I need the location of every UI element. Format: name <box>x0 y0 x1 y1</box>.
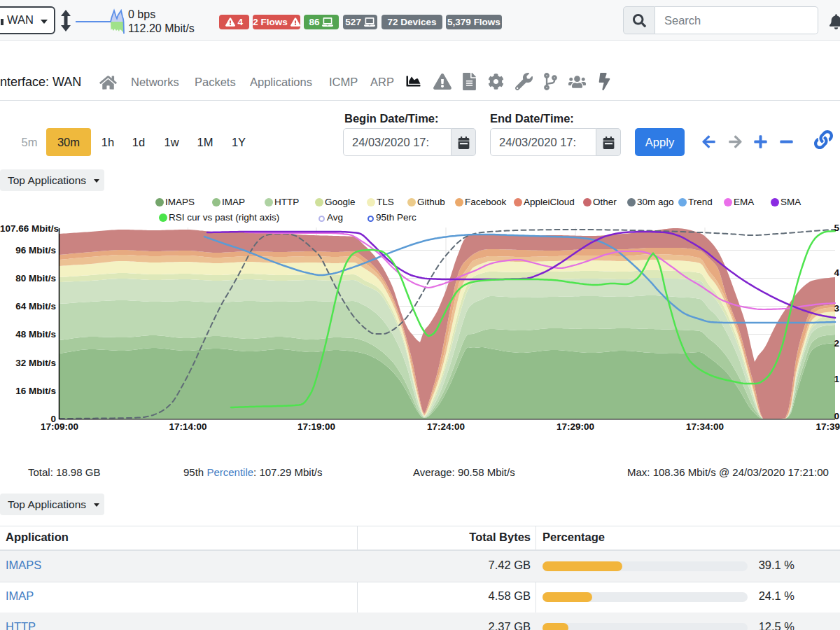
svg-text:3: 3 <box>834 303 840 314</box>
svg-text:0: 0 <box>834 411 840 421</box>
svg-text:2: 2 <box>834 338 840 349</box>
svg-text:17:09:00: 17:09:00 <box>41 421 78 432</box>
svg-text:4: 4 <box>834 267 840 278</box>
svg-text:64 Mbit/s: 64 Mbit/s <box>15 301 56 312</box>
svg-text:17:24:00: 17:24:00 <box>427 421 465 432</box>
svg-text:96 Mbit/s: 96 Mbit/s <box>15 245 56 255</box>
svg-text:17:34:00: 17:34:00 <box>686 421 724 432</box>
svg-text:1: 1 <box>834 374 840 384</box>
svg-text:17:14:00: 17:14:00 <box>169 421 206 432</box>
svg-text:107.66 Mbit/s: 107.66 Mbit/s <box>0 223 59 234</box>
svg-text:17:19:00: 17:19:00 <box>298 421 335 432</box>
svg-text:16 Mbit/s: 16 Mbit/s <box>15 386 56 396</box>
svg-text:32 Mbit/s: 32 Mbit/s <box>15 358 56 368</box>
svg-text:48 Mbit/s: 48 Mbit/s <box>15 329 56 340</box>
svg-text:17:39: 17:39 <box>816 421 840 432</box>
svg-text:5: 5 <box>834 223 840 233</box>
svg-text:80 Mbit/s: 80 Mbit/s <box>15 273 56 284</box>
svg-text:17:29:00: 17:29:00 <box>556 421 594 432</box>
